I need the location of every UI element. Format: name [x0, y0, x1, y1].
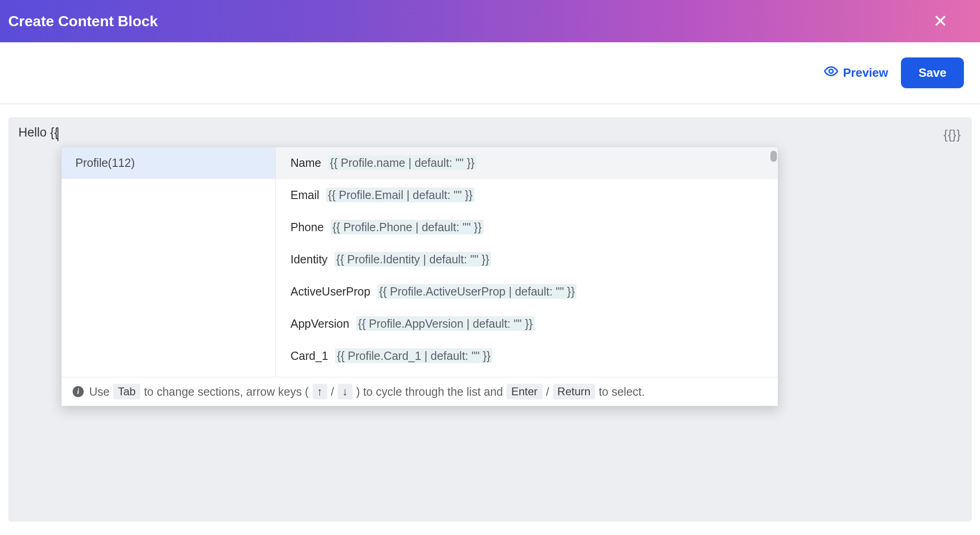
- liquid-braces-icon[interactable]: {{}}: [944, 125, 961, 142]
- scrollbar-thumb[interactable]: [770, 151, 777, 162]
- key-down: ↓: [338, 384, 353, 399]
- autocomplete-category[interactable]: Profile(112): [62, 147, 275, 179]
- autocomplete-attribute[interactable]: AppVersion {{ Profile.AppVersion | defau…: [276, 308, 778, 340]
- attribute-label: ActiveUserProp: [291, 285, 374, 298]
- autocomplete-attribute[interactable]: Card_1 {{ Profile.Card_1 | default: "" }…: [276, 340, 778, 372]
- editor-container: Hello {{ {{}} Profile(112) Name {{ Profi…: [8, 117, 972, 522]
- hint-text: to select.: [599, 385, 645, 398]
- attribute-liquid: {{ Profile.Identity | default: "" }}: [335, 252, 491, 267]
- key-enter: Enter: [507, 384, 542, 399]
- attribute-liquid: {{ Profile.name | default: "" }}: [328, 155, 477, 170]
- attribute-liquid: {{ Profile.Phone | default: "" }}: [330, 220, 483, 234]
- hint-text: to change sections, arrow keys (: [144, 385, 309, 398]
- content-area: Hello {{ {{}} Profile(112) Name {{ Profi…: [0, 104, 980, 535]
- attribute-label: Phone: [291, 221, 327, 233]
- attribute-liquid: {{ Profile.Card_1 | default: "" }}: [335, 348, 492, 363]
- close-icon[interactable]: ✕: [933, 12, 966, 30]
- text-cursor: [57, 128, 58, 141]
- preview-button[interactable]: Preview: [824, 64, 888, 82]
- info-icon: i: [73, 386, 84, 397]
- attribute-label: Card_1: [291, 349, 331, 362]
- autocomplete-hint: i Use Tab to change sections, arrow keys…: [62, 377, 778, 406]
- attribute-label: Identity: [291, 253, 331, 266]
- svg-point-0: [829, 69, 833, 74]
- autocomplete-categories: Profile(112): [62, 147, 276, 377]
- modal-title: Create Content Block: [8, 13, 158, 30]
- modal-header: Create Content Block ✕: [0, 0, 980, 42]
- hint-text: /: [331, 385, 334, 398]
- autocomplete-body: Profile(112) Name {{ Profile.name | defa…: [62, 147, 778, 377]
- autocomplete-attribute[interactable]: ActiveUserProp {{ Profile.ActiveUserProp…: [276, 276, 778, 308]
- preview-label: Preview: [843, 66, 888, 80]
- key-up: ↑: [313, 384, 327, 399]
- autocomplete-attribute[interactable]: Email {{ Profile.Email | default: "" }}: [276, 179, 778, 211]
- hint-text: ) to cycle through the list and: [356, 385, 503, 398]
- autocomplete-attribute[interactable]: Identity {{ Profile.Identity | default: …: [276, 244, 778, 276]
- editor-text: Hello {{: [18, 125, 58, 139]
- attribute-label: Name: [291, 156, 325, 169]
- hint-text: /: [546, 385, 549, 398]
- editor-row: Hello {{ {{}}: [8, 117, 972, 148]
- action-toolbar: Preview Save: [0, 42, 980, 104]
- key-return: Return: [553, 384, 595, 399]
- eye-icon: [824, 64, 838, 82]
- attribute-label: Email: [291, 188, 322, 201]
- save-button[interactable]: Save: [901, 57, 964, 88]
- autocomplete-attribute[interactable]: Phone {{ Profile.Phone | default: "" }}: [276, 211, 778, 244]
- autocomplete-attributes: Name {{ Profile.name | default: "" }}Ema…: [276, 147, 778, 377]
- autocomplete-attribute[interactable]: Name {{ Profile.name | default: "" }}: [276, 147, 778, 179]
- editor-input[interactable]: Hello {{: [18, 125, 58, 141]
- attribute-liquid: {{ Profile.ActiveUserProp | default: "" …: [377, 284, 577, 299]
- attribute-label: AppVersion: [291, 317, 353, 330]
- attribute-liquid: {{ Profile.Email | default: "" }}: [326, 188, 474, 202]
- autocomplete-popover: Profile(112) Name {{ Profile.name | defa…: [61, 147, 778, 406]
- attribute-liquid: {{ Profile.AppVersion | default: "" }}: [356, 316, 535, 331]
- hint-text: Use: [89, 385, 109, 398]
- key-tab: Tab: [113, 384, 140, 399]
